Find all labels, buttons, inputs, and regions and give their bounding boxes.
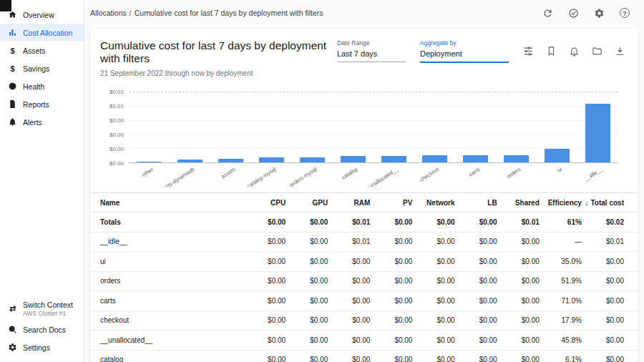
column-header-shared[interactable]: Shared — [497, 199, 540, 207]
switch-context-button[interactable]: ⇄ Switch Context AWS Cluster #1 — [0, 297, 84, 321]
health-icon — [8, 82, 17, 91]
cell-shared: $0.00 — [497, 316, 540, 324]
breadcrumb-section[interactable]: Allocations — [90, 9, 127, 17]
cell-efficiency: 35.0% — [540, 258, 582, 265]
search-icon — [8, 325, 17, 334]
column-header-total-cost[interactable]: ↓Total cost — [582, 199, 624, 207]
bar-slot — [251, 92, 292, 162]
date-range-value: Last 7 days — [337, 49, 406, 62]
column-header-ram[interactable]: RAM — [328, 199, 370, 207]
x-tick-label: __idle__ — [583, 166, 604, 182]
x-tick-label: assets — [220, 166, 236, 180]
bar-carts-dynamodb[interactable] — [177, 160, 203, 162]
sidebar-item-health[interactable]: Health — [0, 77, 84, 95]
x-tick-slot: carts — [455, 163, 496, 187]
column-header-pv[interactable]: PV — [370, 199, 412, 207]
bar-ui[interactable] — [545, 149, 570, 162]
bar-slot — [577, 92, 618, 162]
bar-other[interactable] — [137, 162, 162, 162]
bell-icon — [569, 46, 580, 57]
table-row-__idle__[interactable]: __idle__$0.00$0.00$0.01$0.00$0.00$0.00$0… — [90, 233, 638, 253]
x-tick-slot: assets — [210, 163, 251, 187]
cell-efficiency: 6.1% — [540, 356, 582, 362]
y-tick-label: $0.00 — [109, 160, 124, 167]
breadcrumb-page: Cumulative cost for last 7 days by deplo… — [135, 9, 323, 17]
bookmark-icon — [546, 46, 557, 57]
cell-ram: $0.00 — [328, 297, 370, 305]
table-row-__unallocated__[interactable]: __unallocated__$0.00$0.00$0.00$0.00$0.00… — [90, 331, 638, 351]
download-icon — [615, 46, 625, 57]
cell-pv: $0.00 — [370, 336, 412, 344]
cell-name: orders — [100, 277, 243, 285]
bar-checkout[interactable] — [422, 155, 447, 162]
x-tick-slot: orders-mysql — [292, 163, 333, 187]
sidebar-footer: ⇄ Switch Context AWS Cluster #1 Search D… — [0, 297, 84, 362]
table-row-checkout[interactable]: checkout$0.00$0.00$0.00$0.00$0.00$0.00$0… — [90, 311, 638, 331]
column-header-cpu[interactable]: CPU — [243, 199, 286, 207]
table-row-carts[interactable]: carts$0.00$0.00$0.00$0.00$0.00$0.00$0.00… — [90, 291, 638, 311]
diagnostics-button[interactable] — [568, 8, 579, 19]
sidebar-item-cost-allocation[interactable]: Cost Allocation — [0, 24, 84, 41]
column-header-gpu[interactable]: GPU — [286, 199, 328, 207]
aggregate-by-label: Aggregate by — [420, 39, 509, 47]
column-header-efficiency[interactable]: Efficiency — [540, 199, 582, 207]
cell-pv: $0.00 — [370, 316, 412, 324]
bar-orders-mysql[interactable] — [300, 157, 325, 162]
edit-filters-button[interactable] — [523, 46, 534, 57]
sidebar-item-assets[interactable]: $ Assets — [0, 41, 84, 59]
cell-network: $0.00 — [412, 316, 454, 324]
cell-efficiency: 61% — [540, 218, 582, 226]
table-row-catalog[interactable]: catalog$0.00$0.00$0.00$0.00$0.00$0.00$0.… — [90, 351, 638, 362]
bar-catalog[interactable] — [341, 156, 366, 162]
table-row-ui[interactable]: ui$0.00$0.00$0.00$0.00$0.00$0.00$0.0035.… — [90, 252, 638, 272]
cell-pv: $0.00 — [370, 356, 412, 362]
cell-total: $0.00 — [582, 336, 624, 344]
cell-gpu: $0.00 — [286, 218, 328, 226]
bar-assets[interactable] — [218, 159, 243, 162]
bar-slot — [455, 92, 496, 162]
cell-lb: $0.00 — [455, 297, 497, 305]
check-circle-icon — [568, 8, 579, 19]
x-tick-slot: catalog — [333, 163, 374, 187]
aggregate-by-select[interactable]: Aggregate by Deployment — [420, 39, 509, 63]
refresh-button[interactable] — [542, 8, 553, 19]
bar-slot — [333, 92, 374, 162]
search-docs-button[interactable]: Search Docs — [0, 321, 84, 338]
sidebar-item-savings[interactable]: $ Savings — [0, 59, 84, 77]
date-range-select[interactable]: Date Range Last 7 days — [337, 39, 406, 62]
cell-ram: $0.01 — [328, 218, 370, 226]
column-header-name[interactable]: Name — [100, 199, 243, 207]
sidebar-item-reports[interactable]: Reports — [0, 95, 84, 113]
save-report-button[interactable] — [546, 46, 557, 57]
document-icon — [8, 99, 17, 109]
sidebar-item-overview[interactable]: Overview — [0, 6, 84, 24]
y-tick-label: $0.00 — [109, 146, 124, 152]
cell-gpu: $0.00 — [286, 316, 328, 324]
dollar-icon: $ — [8, 64, 17, 73]
table-row-Totals[interactable]: Totals$0.00$0.00$0.01$0.00$0.00$0.00$0.0… — [90, 212, 638, 233]
bar-carts[interactable] — [463, 155, 488, 162]
cell-pv: $0.00 — [370, 297, 412, 305]
column-header-network[interactable]: Network — [412, 199, 454, 207]
download-button[interactable] — [615, 46, 625, 57]
sidebar-item-label: Reports — [23, 100, 49, 109]
settings-button[interactable]: Settings — [0, 338, 84, 356]
bar-__unallocated__[interactable] — [381, 156, 406, 163]
sidebar-item-alerts[interactable]: Alerts — [0, 113, 84, 131]
cell-gpu: $0.00 — [286, 258, 328, 265]
cell-ram: $0.00 — [328, 316, 370, 324]
bar-orders[interactable] — [504, 155, 529, 162]
column-header-lb[interactable]: LB — [455, 199, 497, 207]
open-reports-button[interactable] — [592, 46, 602, 57]
cell-total: $0.00 — [582, 277, 624, 285]
bar-__idle__[interactable] — [585, 104, 610, 162]
bar-catalog-mysql[interactable] — [259, 157, 284, 162]
cell-cpu: $0.00 — [243, 316, 286, 324]
table-row-orders[interactable]: orders$0.00$0.00$0.00$0.00$0.00$0.00$0.0… — [90, 272, 638, 292]
help-button[interactable]: ? — [620, 8, 630, 18]
x-tick-label: orders-mysql — [288, 166, 318, 187]
alerts-button[interactable] — [569, 46, 580, 57]
cell-name: __idle__ — [100, 238, 243, 245]
global-settings-button[interactable] — [594, 8, 605, 19]
table-header-row: NameCPUGPURAMPVNetworkLBSharedEfficiency… — [90, 193, 638, 212]
